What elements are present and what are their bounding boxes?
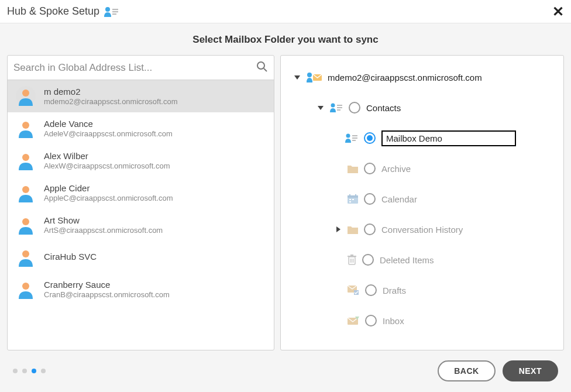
user-email: AlexW@ciraappscst.onmicrosoft.com (44, 161, 170, 170)
avatar-icon (16, 150, 36, 170)
user-info: CiraHub SVC (44, 252, 97, 262)
tree-root-label: mdemo2@ciraappscst.onmicrosoft.com (328, 73, 482, 82)
dialog-header: Hub & Spoke Setup ✕ (0, 0, 571, 23)
page-title: Hub & Spoke Setup (7, 5, 99, 18)
svg-rect-30 (349, 201, 351, 202)
user-name: Alex Wilber (44, 151, 170, 161)
chevron-down-icon (318, 106, 324, 110)
svg-point-16 (331, 104, 335, 108)
avatar-icon (16, 86, 36, 106)
folder-label: Contacts (366, 103, 401, 113)
drafts-icon (348, 286, 359, 295)
chevron-down-icon (294, 75, 300, 80)
user-row[interactable]: Art Show ArtS@ciraappscst.onmicrosoft.co… (8, 209, 274, 241)
close-icon[interactable]: ✕ (552, 5, 564, 19)
user-row[interactable]: CiraHub SVC (8, 241, 274, 273)
radio-drafts[interactable] (365, 284, 377, 296)
svg-rect-3 (112, 13, 116, 15)
expand-toggle[interactable] (294, 75, 301, 80)
svg-rect-19 (337, 109, 340, 111)
user-info: Apple Cider AppleC@ciraappscst.onmicroso… (44, 183, 173, 202)
search-input[interactable] (13, 62, 256, 74)
svg-point-4 (257, 62, 264, 69)
user-name: m demo2 (44, 87, 178, 97)
avatar-icon (16, 247, 36, 267)
radio-contacts[interactable] (349, 102, 360, 114)
next-button[interactable]: NEXT (503, 360, 558, 381)
svg-point-20 (346, 134, 350, 138)
user-name: Cranberry Sauce (44, 280, 170, 290)
avatar-icon (16, 215, 36, 235)
inbox-icon (348, 317, 359, 325)
user-name: Art Show (44, 215, 163, 225)
dialog-subtitle: Select Mailbox Folder you want to sync (0, 23, 571, 55)
tree-node-drafts[interactable]: Drafts (289, 279, 555, 301)
avatar-icon (16, 118, 36, 138)
svg-point-9 (22, 154, 29, 161)
back-button[interactable]: BACK (438, 360, 495, 381)
svg-point-7 (22, 90, 29, 97)
tree-root[interactable]: mdemo2@ciraappscst.onmicrosoft.com (289, 66, 555, 88)
user-info: Cranberry Sauce CranB@ciraappscst.onmicr… (44, 280, 170, 299)
folder-label: Calendar (381, 194, 417, 204)
expand-toggle[interactable] (335, 226, 342, 232)
svg-rect-28 (349, 199, 351, 200)
chevron-right-icon (336, 226, 340, 232)
tree-node-deleted-items[interactable]: Deleted Items (289, 249, 555, 271)
contact-icon (104, 6, 118, 17)
svg-point-12 (22, 250, 29, 257)
tree-node-inbox[interactable]: Inbox (289, 310, 555, 332)
folder-label: Conversation History (381, 225, 463, 235)
step-dots (13, 369, 46, 373)
expand-toggle[interactable] (317, 106, 324, 110)
svg-rect-1 (112, 9, 118, 10)
trash-icon (348, 255, 356, 265)
svg-rect-33 (350, 255, 353, 256)
calendar-icon (348, 194, 358, 204)
user-email: AdeleV@ciraappscst.onmicrosoft.com (44, 129, 173, 138)
user-name: Apple Cider (44, 183, 173, 193)
svg-rect-17 (337, 105, 342, 106)
svg-point-0 (105, 7, 110, 12)
svg-line-5 (264, 68, 267, 71)
search-wrap (8, 56, 274, 80)
tree-node-archive[interactable]: Archive (289, 157, 555, 180)
user-name: Adele Vance (44, 119, 173, 129)
user-info: Art Show ArtS@ciraappscst.onmicrosoft.co… (44, 215, 163, 235)
user-info: m demo2 mdemo2@ciraappscst.onmicrosoft.c… (44, 87, 178, 106)
tree-node-selected-folder[interactable] (289, 127, 555, 149)
folder-label: Inbox (383, 316, 404, 326)
user-row[interactable]: Cranberry Sauce CranB@ciraappscst.onmicr… (8, 273, 274, 305)
svg-rect-26 (349, 194, 350, 197)
radio-calendar[interactable] (364, 193, 376, 205)
radio-conversation-history[interactable] (364, 223, 376, 235)
user-row[interactable]: Adele Vance AdeleV@ciraappscst.onmicroso… (8, 112, 274, 145)
svg-point-11 (22, 218, 29, 225)
radio-deleted-items[interactable] (362, 254, 374, 266)
folder-label: Drafts (383, 286, 406, 295)
tree-node-conversation-history[interactable]: Conversation History (289, 218, 555, 240)
user-row[interactable]: m demo2 mdemo2@ciraappscst.onmicrosoft.c… (8, 80, 274, 112)
step-dot (13, 369, 18, 373)
svg-rect-32 (348, 256, 356, 257)
tree-node-calendar[interactable]: Calendar (289, 188, 555, 210)
user-row[interactable]: Alex Wilber AlexW@ciraappscst.onmicrosof… (8, 145, 274, 177)
user-list[interactable]: m demo2 mdemo2@ciraappscst.onmicrosoft.c… (8, 80, 274, 350)
contacts-icon (345, 133, 358, 143)
search-icon[interactable] (256, 61, 268, 75)
user-name: CiraHub SVC (44, 252, 97, 262)
tree-node-contacts[interactable]: Contacts (289, 97, 555, 119)
user-row[interactable]: Apple Cider AppleC@ciraappscst.onmicroso… (8, 177, 274, 209)
svg-point-8 (22, 122, 29, 129)
svg-point-10 (22, 186, 29, 193)
radio-selected-folder[interactable] (364, 132, 376, 144)
user-email: CranB@ciraappscst.onmicrosoft.com (44, 290, 170, 299)
radio-archive[interactable] (364, 163, 376, 174)
radio-inbox[interactable] (365, 315, 377, 326)
svg-rect-18 (337, 107, 342, 108)
svg-rect-22 (352, 137, 357, 139)
address-list-panel: m demo2 mdemo2@ciraappscst.onmicrosoft.c… (7, 55, 274, 350)
user-email: AppleC@ciraappscst.onmicrosoft.com (44, 194, 173, 202)
folder-name-input[interactable] (381, 130, 516, 146)
header-left: Hub & Spoke Setup (7, 5, 118, 18)
